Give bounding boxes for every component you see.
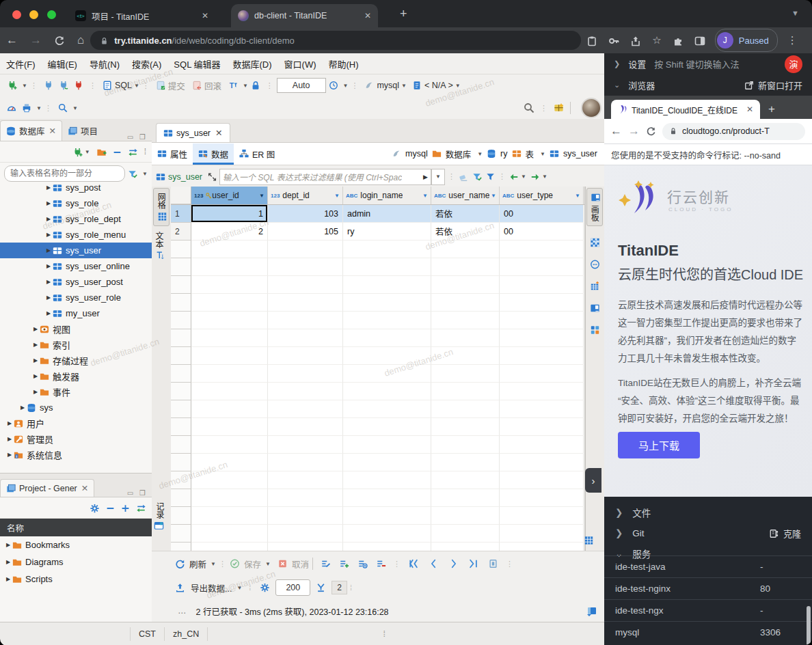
menu-dots-icon[interactable]: ⋮ (787, 34, 798, 46)
cell-user_name[interactable]: 若依 (431, 205, 500, 223)
tab-projects[interactable]: 项目 (62, 121, 103, 141)
copy-row-icon[interactable] (357, 559, 368, 569)
table-filter-input[interactable] (4, 165, 125, 182)
new-connection-icon[interactable] (7, 81, 17, 90)
next-page-icon[interactable] (448, 559, 459, 569)
column-header-user_type[interactable]: ABC user_type▼ (500, 187, 584, 204)
text-view-tab[interactable]: 文本 (152, 228, 166, 264)
empty-row[interactable] (171, 258, 585, 276)
cell-dept_id[interactable]: 103 (268, 205, 343, 223)
sql-label[interactable]: SQL (115, 81, 132, 90)
expander-icon[interactable]: ▶ (44, 263, 53, 269)
metadata-icon[interactable] (590, 258, 600, 270)
crumb-db-label[interactable]: 数据库 (446, 148, 472, 161)
cancel-icon[interactable] (278, 559, 288, 569)
panel-window-buttons[interactable]: ▭ ❒ (127, 489, 152, 497)
expander-icon[interactable]: ▶ (31, 326, 40, 332)
tree-item-sys_user[interactable]: ▶ sys_user (0, 243, 152, 258)
menu-item-3[interactable]: 搜索(A) (132, 57, 161, 70)
expander-icon[interactable]: ▶ (44, 200, 53, 206)
value-panel-tab[interactable]: 画板 (586, 188, 603, 226)
save-filter-icon[interactable] (472, 171, 482, 182)
subtab-data[interactable]: 数据 (193, 143, 234, 165)
empty-row[interactable] (171, 400, 585, 418)
save-label[interactable]: 保存 (244, 558, 261, 571)
menu-item-5[interactable]: 数据库(D) (233, 57, 272, 70)
cell-login_name[interactable]: ry (343, 223, 431, 241)
add-row-icon[interactable] (339, 559, 349, 569)
empty-row[interactable] (171, 507, 585, 525)
table-row[interactable]: 11103admin若依00 (171, 205, 585, 223)
menu-item-1[interactable]: 编辑(E) (48, 57, 77, 70)
tree-item-sys_user_role[interactable]: ▶ sys_user_role (0, 290, 152, 305)
disconnect-icon[interactable] (74, 81, 83, 90)
nav-back-icon[interactable] (509, 171, 519, 182)
empty-row[interactable] (171, 329, 585, 347)
tree-item-用户[interactable]: ▶ 用户 (0, 415, 152, 431)
fetch-next-icon[interactable] (316, 583, 326, 593)
expand-icon[interactable] (121, 502, 130, 514)
browser-tab-project[interactable]: <t> 项目 - TitanIDE ✕ (68, 4, 215, 27)
tree-item-sys_role_dept[interactable]: ▶ sys_role_dept (0, 211, 152, 227)
back-icon[interactable]: ← (610, 124, 622, 138)
refresh-label[interactable]: 刷新 (189, 558, 206, 571)
menu-item-0[interactable]: 文件(F) (6, 57, 36, 70)
view-menu-dots-icon[interactable]: ⁞ (144, 147, 146, 156)
cell-login_name[interactable]: admin (343, 205, 431, 223)
tree-item-触发器[interactable]: ▶ 触发器 (0, 368, 152, 384)
close-tab-icon[interactable]: ✕ (746, 105, 753, 114)
expander-icon[interactable]: ▶ (31, 373, 40, 379)
data-grid[interactable]: 123 user_id▼ 123 dept_id▼ ABC login_name… (171, 187, 586, 551)
open-new-window-button[interactable]: 新窗口打开 (744, 79, 802, 92)
new-tab-button[interactable]: + (400, 7, 407, 21)
cancel-label[interactable]: 取消 (292, 558, 309, 571)
auto-commit-select[interactable]: Auto (277, 78, 326, 93)
gear-icon[interactable] (90, 502, 100, 514)
search-db-icon[interactable] (58, 103, 68, 113)
delete-row-icon[interactable] (376, 559, 386, 569)
close-window-button[interactable] (12, 10, 21, 19)
browser-section-row[interactable]: ⌄ 浏览器 新窗口打开 (604, 74, 812, 96)
tree-item-sys_role_menu[interactable]: ▶ sys_role_menu (0, 227, 152, 243)
panel-collapse-handle[interactable]: › (585, 468, 601, 493)
fetch-all-icon[interactable] (488, 559, 498, 569)
empty-row[interactable] (171, 383, 585, 400)
menu-item-4[interactable]: SQL 编辑器 (174, 57, 220, 70)
empty-row[interactable] (171, 489, 585, 507)
filter-settings-icon[interactable] (128, 167, 137, 180)
forward-icon[interactable]: → (628, 124, 640, 138)
tab-project-general[interactable]: Project - Gener✕ (0, 479, 94, 497)
zoom-window-button[interactable] (47, 10, 56, 19)
calc-panel-icon[interactable] (591, 323, 599, 335)
commit-label[interactable]: 提交 (168, 79, 185, 92)
tree-item-sys_user_online[interactable]: ▶ sys_user_online (0, 258, 152, 274)
tree-item-sys_post[interactable]: ▶ sys_post (0, 184, 152, 195)
project-item-Bookmarks[interactable]: ▶Bookmarks (0, 536, 152, 553)
apply-filter-icon[interactable] (486, 171, 496, 182)
empty-row[interactable] (171, 312, 585, 329)
extensions-icon[interactable] (673, 34, 684, 46)
collapse-all-icon[interactable] (113, 146, 122, 158)
tree-item-存储过程[interactable]: ▶ 存储过程 (0, 353, 152, 368)
crumb-connection[interactable]: mysql (405, 149, 428, 159)
user-avatar[interactable] (581, 98, 601, 118)
tree-item-管理员[interactable]: ▶ 管理员 (0, 431, 152, 447)
home-icon[interactable]: ⌂ (77, 33, 84, 47)
crumb-db[interactable]: ry (500, 149, 507, 159)
tab-search-chevron-icon[interactable]: ▼ (791, 9, 799, 17)
sql-filter-input[interactable]: 输入一个 SQL 表达式来过滤结果 (使用 Ctrl+Spac ▶ (219, 169, 431, 185)
crumb-table-label[interactable]: 表 (526, 148, 534, 161)
tree-item-sys_role[interactable]: ▶ sys_role (0, 195, 152, 211)
cell-user_type[interactable]: 00 (500, 223, 584, 241)
table-row[interactable]: 22105ry若依00 (171, 223, 585, 241)
network-icon[interactable] (22, 103, 31, 113)
quick-search-icon[interactable] (524, 102, 534, 113)
lock-mode-icon[interactable] (251, 81, 260, 90)
column-header-dept_id[interactable]: 123 dept_id▼ (268, 187, 343, 204)
save-icon[interactable] (230, 559, 240, 569)
new-connection-icon[interactable] (72, 146, 83, 158)
empty-row[interactable] (171, 436, 585, 454)
value-viewer-icon[interactable] (590, 236, 600, 248)
expander-icon[interactable]: ▶ (31, 389, 40, 395)
record-mode-tab[interactable]: 记录 (154, 502, 165, 519)
